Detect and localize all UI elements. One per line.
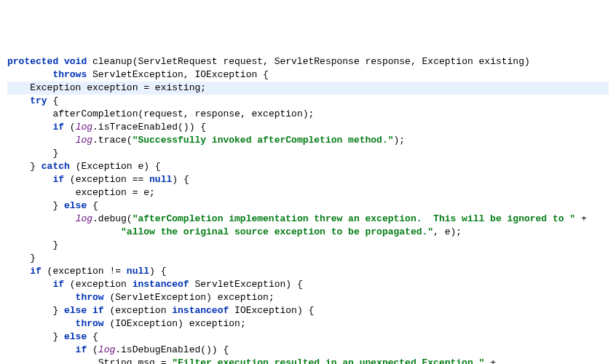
code-text: ) bbox=[524, 56, 530, 67]
var: exception bbox=[76, 174, 127, 185]
code-line: "allow the original source exception to … bbox=[7, 226, 462, 237]
code-text: .isTraceEnabled()) { bbox=[92, 122, 206, 132]
code-line: try { bbox=[7, 95, 58, 106]
keyword: if bbox=[7, 344, 87, 355]
keyword: catch bbox=[42, 161, 70, 172]
code-text: { bbox=[87, 331, 98, 342]
code-text: (Exception bbox=[70, 161, 138, 172]
param: request bbox=[223, 56, 263, 67]
code-text: IOException) { bbox=[229, 305, 314, 316]
code-text: ; bbox=[149, 187, 155, 198]
keyword: if bbox=[7, 279, 64, 290]
code-text bbox=[7, 226, 121, 237]
code-block: protected void cleanup(ServletRequest re… bbox=[7, 55, 609, 364]
code-text: ; bbox=[200, 82, 206, 93]
code-line: protected void cleanup(ServletRequest re… bbox=[7, 56, 530, 67]
string: "afterCompletion implementation threw an… bbox=[133, 213, 576, 224]
code-text: ; bbox=[240, 318, 246, 329]
code-text: , bbox=[183, 108, 195, 119]
code-text: , Exception bbox=[411, 56, 479, 67]
code-line: if (log.isDebugEnabled()) { bbox=[7, 344, 229, 355]
param: response bbox=[366, 56, 411, 67]
var: exception bbox=[189, 318, 240, 329]
field: log bbox=[76, 122, 92, 132]
code-text: ) { bbox=[143, 161, 160, 172]
var: e bbox=[445, 226, 451, 237]
code-text: = bbox=[138, 82, 154, 93]
code-text: ); bbox=[451, 226, 462, 237]
code-text: } bbox=[7, 253, 36, 264]
code-text: } bbox=[7, 305, 64, 316]
code-text: ( bbox=[64, 279, 76, 290]
code-text: .debug( bbox=[92, 213, 133, 224]
code-text: afterCompletion( bbox=[7, 108, 143, 119]
code-text bbox=[7, 213, 76, 224]
code-text bbox=[7, 187, 76, 198]
keyword: throw bbox=[7, 292, 104, 303]
code-text: .trace( bbox=[92, 135, 133, 146]
code-text: { bbox=[47, 95, 59, 106]
var: exception bbox=[76, 279, 127, 290]
keyword: if bbox=[7, 174, 64, 185]
code-text: Exception bbox=[7, 82, 87, 93]
var: e bbox=[143, 187, 149, 198]
code-text: ( bbox=[104, 305, 116, 316]
keyword: null bbox=[149, 174, 172, 185]
code-text: cleanup(ServletRequest bbox=[87, 56, 223, 67]
keyword: null bbox=[127, 266, 149, 277]
var: request bbox=[143, 108, 183, 119]
var: exception bbox=[115, 305, 166, 316]
code-text: == bbox=[127, 174, 149, 185]
var: response bbox=[194, 108, 240, 119]
code-text: ); bbox=[303, 108, 315, 119]
keyword: instanceof bbox=[172, 305, 229, 316]
code-text: } bbox=[7, 240, 58, 250]
code-text: ) { bbox=[149, 266, 166, 277]
code-line: } bbox=[7, 253, 36, 264]
var: exception bbox=[87, 82, 138, 93]
code-text: } bbox=[7, 148, 58, 159]
code-line: throw (ServletException) exception; bbox=[7, 292, 275, 303]
keyword: else if bbox=[64, 305, 104, 316]
code-line: throw (IOException) exception; bbox=[7, 318, 246, 329]
code-text: } bbox=[7, 200, 64, 211]
code-text bbox=[7, 135, 76, 146]
var: exception bbox=[218, 292, 269, 303]
code-text: , ServletResponse bbox=[263, 56, 365, 67]
code-text: ( bbox=[64, 122, 76, 132]
code-text: + bbox=[575, 213, 587, 224]
code-text: ServletException) { bbox=[189, 279, 303, 290]
code-line: String msg = "Filter execution resulted … bbox=[7, 357, 496, 364]
field: log bbox=[76, 135, 92, 146]
code-text: } bbox=[7, 161, 42, 172]
code-line: if (exception instanceof ServletExceptio… bbox=[7, 279, 303, 290]
keyword: if bbox=[7, 266, 42, 277]
code-text: ( bbox=[64, 174, 76, 185]
code-text: ( bbox=[42, 266, 53, 277]
code-text bbox=[127, 279, 133, 290]
keyword: throws bbox=[7, 69, 87, 80]
code-line: if (log.isTraceEnabled()) { bbox=[7, 122, 206, 132]
code-text: { bbox=[87, 200, 98, 211]
var: exception bbox=[76, 187, 127, 198]
code-text: = bbox=[155, 357, 172, 364]
code-line: } else if (exception instanceof IOExcept… bbox=[7, 305, 314, 316]
code-text: String bbox=[7, 357, 138, 364]
code-text: ) { bbox=[172, 174, 189, 185]
highlighted-line: Exception exception = existing; bbox=[7, 82, 609, 95]
code-text: (ServletException) bbox=[104, 292, 218, 303]
code-line: } bbox=[7, 240, 58, 250]
field: log bbox=[98, 344, 115, 355]
code-text: , bbox=[240, 108, 252, 119]
code-text: != bbox=[104, 266, 127, 277]
code-text: (IOException) bbox=[104, 318, 189, 329]
code-line: log.debug("afterCompletion implementatio… bbox=[7, 213, 587, 224]
code-line: } else { bbox=[7, 331, 98, 342]
keyword: else bbox=[64, 331, 87, 342]
code-text: .isDebugEnabled()) { bbox=[115, 344, 229, 355]
code-text: } bbox=[7, 331, 64, 342]
code-line: } catch (Exception e) { bbox=[7, 161, 161, 172]
var: exception bbox=[251, 108, 302, 119]
code-text: ( bbox=[87, 344, 98, 355]
code-line: log.trace("Successfully invoked afterCom… bbox=[7, 135, 405, 146]
